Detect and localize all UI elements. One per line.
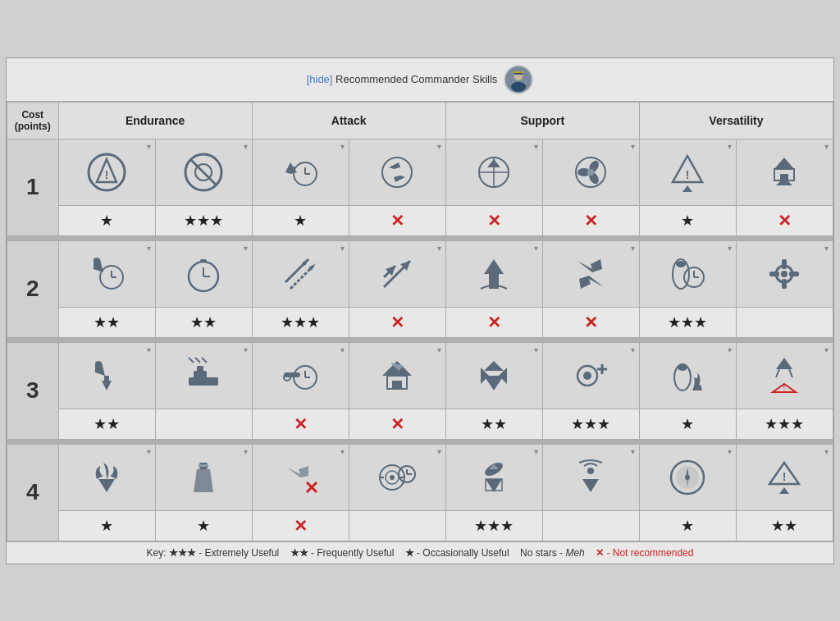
skill-icon-area: ▾: [446, 241, 542, 307]
skill-icon-cell: ▾: [252, 139, 349, 205]
skill-rating-area: ★: [640, 511, 736, 541]
skill-icon-area: ▾: [543, 139, 639, 205]
skill-rating-cell: ★★★: [736, 409, 833, 439]
skill-icon-cell: ▾: [542, 240, 639, 307]
chevron-down-icon[interactable]: ▾: [534, 142, 538, 151]
support-column-header: Support: [445, 102, 639, 139]
skill-icon-area: ▾: [156, 241, 252, 307]
skill-rating-cell: ✕: [542, 307, 639, 337]
chevron-down-icon[interactable]: ▾: [340, 244, 345, 253]
chevron-down-icon[interactable]: ▾: [147, 142, 151, 151]
svg-line-96: [789, 369, 792, 377]
skill-rating-cell: ★★: [58, 409, 155, 439]
chevron-down-icon[interactable]: ▾: [631, 345, 635, 354]
chevron-down-icon[interactable]: ▾: [824, 244, 829, 253]
skill-rating-area: ★: [640, 409, 736, 439]
cost-cell-3: 3: [7, 342, 59, 439]
skill-rating-area: ★: [59, 206, 155, 235]
svg-line-71: [195, 358, 200, 363]
skill-rating-cell: ★: [155, 510, 252, 541]
chevron-down-icon[interactable]: ▾: [728, 142, 732, 151]
chevron-down-icon[interactable]: ▾: [631, 447, 635, 456]
skill-icon-cell: !▾: [58, 139, 155, 205]
chevron-down-icon[interactable]: ▾: [631, 244, 635, 253]
chevron-down-icon[interactable]: ▾: [147, 345, 151, 354]
chevron-down-icon[interactable]: ▾: [728, 447, 732, 456]
skill-icon-cell: ▾: [349, 240, 445, 307]
chevron-down-icon[interactable]: ▾: [824, 447, 829, 456]
commander-avatar: [504, 65, 533, 94]
chevron-down-icon[interactable]: ▾: [147, 244, 151, 253]
svg-text:!: !: [783, 383, 786, 392]
skill-icon-area: ▾: [156, 343, 252, 409]
chevron-down-icon[interactable]: ▾: [244, 345, 248, 354]
skill-rating-area: [349, 511, 445, 541]
svg-rect-69: [197, 366, 203, 372]
chevron-down-icon[interactable]: ▾: [631, 142, 635, 151]
skill-rating-area: ★★★: [156, 206, 252, 235]
chevron-down-icon[interactable]: ▾: [728, 345, 732, 354]
chevron-down-icon[interactable]: ▾: [340, 142, 345, 151]
svg-marker-82: [484, 376, 504, 390]
chevron-down-icon[interactable]: ▾: [534, 345, 538, 354]
skill-icon-area: !▾: [737, 343, 833, 409]
svg-rect-63: [769, 272, 779, 276]
chevron-down-icon[interactable]: ▾: [437, 142, 441, 151]
svg-point-121: [685, 475, 690, 480]
skill-rating-area: ✕: [253, 409, 349, 439]
skill-icon-area: ▾: [156, 139, 252, 205]
skill-rating-area: ★★: [737, 511, 833, 541]
skill-icon-area: ▾: [446, 139, 542, 205]
skill-rating-area: ★★: [156, 308, 252, 337]
chevron-down-icon[interactable]: ▾: [147, 447, 151, 456]
chevron-down-icon[interactable]: ▾: [437, 447, 441, 456]
skill-rating-cell: ✕: [445, 307, 542, 337]
not-recommended-label: ✕ - Not recommended: [596, 547, 693, 559]
skill-rating-area: ✕: [446, 206, 542, 235]
skill-icon-area: ▾: [446, 343, 542, 409]
skill-rating-area: ★: [156, 511, 252, 541]
skill-icon-area: ▾: [640, 445, 736, 510]
chevron-down-icon[interactable]: ▾: [244, 447, 248, 456]
svg-line-70: [189, 358, 194, 363]
skill-icon-area: ▾: [349, 445, 445, 510]
skill-rating-cell: ★★: [736, 510, 833, 541]
skill-icon-area: ▾: [446, 445, 542, 510]
hide-link[interactable]: [hide]: [307, 73, 333, 85]
versatility-column-header: Versatility: [639, 102, 833, 139]
svg-rect-4: [513, 71, 524, 73]
skill-icon-cell: ▾: [349, 444, 445, 510]
skill-icon-cell: ▾: [58, 342, 155, 409]
chevron-down-icon[interactable]: ▾: [824, 142, 829, 151]
skill-icon-area: ▾: [543, 343, 639, 409]
svg-point-2: [511, 81, 526, 91]
cost-cell-4: 4: [7, 444, 59, 541]
chevron-down-icon[interactable]: ▾: [340, 447, 345, 456]
chevron-down-icon[interactable]: ▾: [534, 244, 538, 253]
chevron-down-icon[interactable]: ▾: [437, 345, 441, 354]
skill-icon-area: !▾: [737, 445, 833, 510]
svg-point-60: [781, 271, 788, 277]
cost-cell-2: 2: [7, 240, 59, 337]
skill-icon-area: ▾: [59, 241, 155, 307]
skill-icon-area: ▾: [543, 241, 639, 307]
extremely-useful-label: ★★★ - Extremely Useful: [169, 547, 279, 559]
skill-rating-area: [737, 308, 833, 337]
skill-icon-cell: !▾: [736, 444, 833, 510]
chevron-down-icon[interactable]: ▾: [824, 345, 829, 354]
skill-icon-area: ▾: [253, 343, 349, 409]
chevron-down-icon[interactable]: ▾: [437, 244, 441, 253]
chevron-down-icon[interactable]: ▾: [244, 142, 248, 151]
legend: Key: ★★★ - Extremely Useful ★★ - Frequen…: [7, 541, 833, 564]
skill-rating-area: ✕: [543, 308, 639, 337]
skill-rating-area: ★★★: [640, 308, 736, 337]
no-stars-label: No stars - Meh: [520, 547, 585, 559]
chevron-down-icon[interactable]: ▾: [340, 345, 345, 354]
chevron-down-icon[interactable]: ▾: [728, 244, 732, 253]
chevron-down-icon[interactable]: ▾: [244, 244, 248, 253]
svg-point-27: [587, 169, 594, 176]
chevron-down-icon[interactable]: ▾: [534, 447, 538, 456]
svg-point-116: [587, 468, 594, 474]
skill-rating-area: [543, 511, 639, 541]
svg-rect-41: [200, 259, 207, 263]
